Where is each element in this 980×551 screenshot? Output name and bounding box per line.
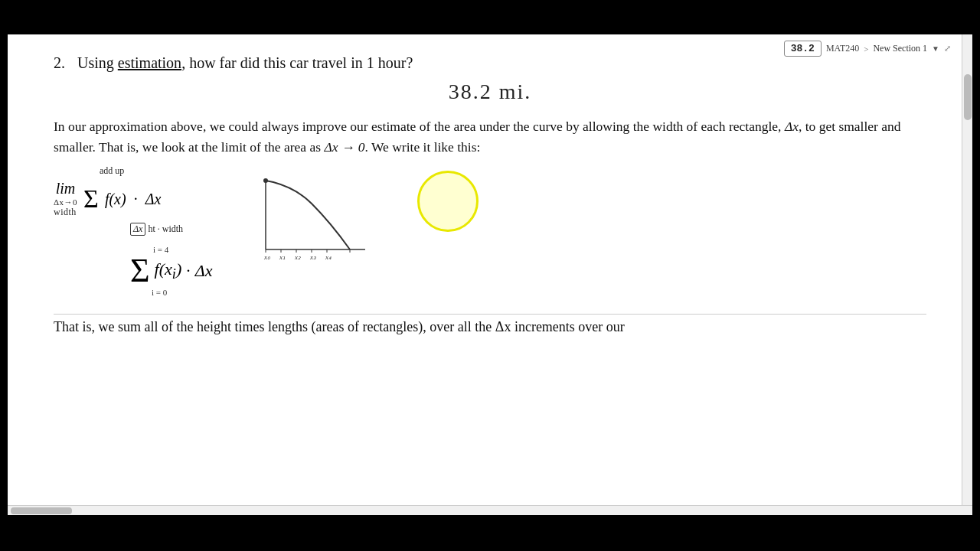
lim-subscript: Δx→0width bbox=[54, 197, 77, 218]
question-text: Using estimation, how far did this car t… bbox=[77, 54, 413, 72]
graph-svg: x₀ x₁ x₂ x₃ x₄ bbox=[250, 173, 373, 265]
sum-deltax: Δx bbox=[195, 261, 213, 281]
breadcrumb-course: MAT240 bbox=[826, 43, 859, 54]
breadcrumb-section[interactable]: New Section 1 bbox=[873, 43, 927, 54]
graph-container: x₀ x₁ x₂ x₃ x₄ bbox=[250, 173, 373, 268]
dot-symbol: · bbox=[132, 191, 139, 208]
question-line: 2. Using estimation, how far did this ca… bbox=[54, 54, 926, 72]
expand-icon[interactable]: ⤢ bbox=[944, 44, 951, 54]
formula-section: add up lim Δx→0width Σ f(x) · Δx Δx ht ·… bbox=[54, 165, 926, 300]
handwritten-answer: 38.2 mi. bbox=[54, 80, 926, 104]
breadcrumb: 38.2 MAT240 > New Section 1 ▼ ⤢ bbox=[784, 41, 951, 57]
breadcrumb-dropdown-icon[interactable]: ▼ bbox=[932, 44, 939, 53]
sum-row: Σ f(xi) · Δx bbox=[130, 254, 212, 288]
breadcrumb-box: 38.2 bbox=[784, 41, 822, 57]
body-paragraph: In our approximation above, we could alw… bbox=[54, 116, 926, 158]
main-content: 38.2 MAT240 > New Section 1 ▼ ⤢ 2. Using… bbox=[8, 34, 972, 515]
svg-text:x₁: x₁ bbox=[279, 253, 286, 261]
add-up-annotation: add up bbox=[100, 165, 124, 177]
sum-super-label: i = 4 bbox=[153, 245, 168, 254]
scrollbar-bottom[interactable] bbox=[8, 505, 972, 515]
underlined-word: estimation bbox=[118, 54, 181, 71]
top-bar bbox=[0, 0, 980, 34]
sum-sigma: Σ bbox=[130, 254, 150, 288]
fx-part: f(x) bbox=[105, 191, 126, 208]
sum-sub-label: i = 0 bbox=[152, 288, 167, 297]
sum-fx: f(xi) bbox=[155, 259, 182, 282]
delta-x-part: Δx bbox=[145, 191, 162, 208]
sigma-block: Σ bbox=[83, 186, 99, 212]
lim-text: lim bbox=[56, 180, 76, 197]
svg-text:x₃: x₃ bbox=[309, 253, 316, 261]
sum-dot: · bbox=[186, 261, 191, 281]
scrollbar-thumb-right[interactable] bbox=[964, 74, 972, 120]
breadcrumb-arrow: > bbox=[864, 44, 868, 54]
sum-formula: i = 4 Σ f(xi) · Δx i = 0 bbox=[130, 245, 212, 297]
scrollbar-right[interactable] bbox=[962, 34, 972, 515]
svg-text:x₂: x₂ bbox=[294, 253, 301, 261]
bottom-partial-text: That is, we sum all of the height times … bbox=[54, 314, 926, 335]
svg-text:x₄: x₄ bbox=[325, 253, 332, 261]
limit-expr: lim Δx→0width Σ f(x) · Δx bbox=[54, 180, 161, 218]
sigma-symbol: Σ bbox=[83, 184, 99, 213]
scrollbar-thumb-bottom[interactable] bbox=[11, 507, 72, 514]
question-number: 2. bbox=[54, 54, 65, 72]
ht-width-annotation: Δx ht · width bbox=[130, 223, 183, 236]
svg-text:x₀: x₀ bbox=[263, 253, 270, 261]
svg-point-2 bbox=[263, 178, 268, 183]
lim-block: lim Δx→0width bbox=[54, 180, 77, 218]
ht-label: ht · width bbox=[148, 223, 183, 234]
formula-left: add up lim Δx→0width Σ f(x) · Δx Δx ht ·… bbox=[54, 165, 212, 300]
bottom-bar bbox=[0, 515, 980, 551]
